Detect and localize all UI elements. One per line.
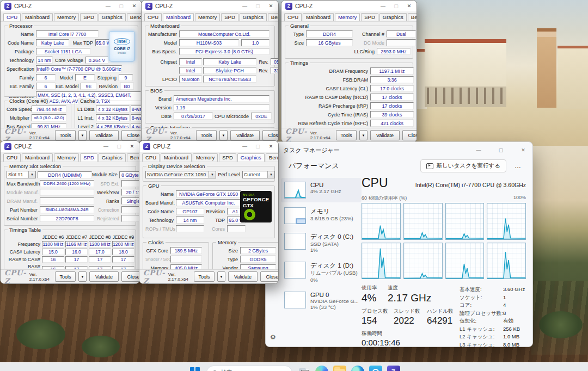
photos-app-icon[interactable] <box>369 366 382 371</box>
maximize-button[interactable]: ▢ <box>114 141 124 152</box>
tab-memory[interactable]: Memory <box>54 153 79 162</box>
tab-graphics[interactable]: Graphics <box>240 13 267 21</box>
titlebar[interactable]: Z CPU-Z — ▢ ✕ <box>1 1 142 11</box>
tab-mainboard[interactable]: Mainboard <box>163 13 194 21</box>
tools-dropdown-button[interactable]: ▼ <box>78 271 87 282</box>
tools-button[interactable]: Tools <box>55 271 76 282</box>
search-input[interactable]: 検索 <box>206 366 292 371</box>
sidebar-item-disk1[interactable]: ディスク 1 (D:)リムーバブル (USB)0% <box>281 258 362 287</box>
per-core-graphs <box>362 203 526 279</box>
nvidia-geforce-gtx-badge: NVIDIA GEFORCE GTX <box>240 191 272 222</box>
maximize-button[interactable]: ▢ <box>391 1 401 11</box>
validate-button[interactable]: Validate <box>370 130 400 140</box>
titlebar[interactable]: Z CPU-Z — ▢ ✕ <box>1 141 139 152</box>
titlebar[interactable]: Z CPU-Z — ▢ ✕ <box>142 1 278 11</box>
close-window-button[interactable]: Close <box>121 130 142 140</box>
cpuz-taskbar-icon[interactable]: Z <box>387 366 400 371</box>
wallpaper-building <box>558 46 588 109</box>
validate-button[interactable]: Validate <box>228 271 258 282</box>
edge-browser-icon[interactable] <box>351 366 364 371</box>
close-button[interactable]: ✕ <box>514 142 532 158</box>
start-button[interactable] <box>188 366 201 371</box>
tools-button[interactable]: Tools <box>194 271 215 282</box>
tab-spd[interactable]: SPD <box>221 13 238 21</box>
validate-button[interactable]: Validate <box>230 130 260 140</box>
tab-cpu[interactable]: CPU <box>3 153 21 162</box>
tools-dropdown-button[interactable]: ▼ <box>359 130 367 140</box>
copilot-icon[interactable] <box>315 366 328 371</box>
tab-spd[interactable]: SPD <box>219 153 236 162</box>
field-value <box>170 256 202 263</box>
close-button[interactable]: ✕ <box>127 141 137 152</box>
file-explorer-icon[interactable] <box>333 366 346 371</box>
tab-cpu[interactable]: CPU <box>284 13 302 21</box>
tab-memory[interactable]: Memory <box>335 13 360 21</box>
tab-bench[interactable]: Bench <box>127 153 140 162</box>
maximize-button[interactable]: ▢ <box>492 142 510 158</box>
run-new-task-button[interactable]: 新しいタスクを実行する <box>420 159 506 172</box>
slot-selector[interactable]: Slot #1▼ <box>7 171 36 178</box>
close-button[interactable]: ✕ <box>266 1 276 11</box>
titlebar[interactable]: タスク マネージャー — ▢ ✕ <box>266 142 532 158</box>
sidebar-item-disk0[interactable]: ディスク 0 (C:)SSD (SATA)1% <box>281 229 362 257</box>
tab-bench[interactable]: Bench <box>408 13 417 21</box>
titlebar[interactable]: Z CPU-Z — ▢ ✕ <box>139 141 278 152</box>
tools-button[interactable]: Tools <box>55 130 76 140</box>
tab-mainboard[interactable]: Mainboard <box>22 13 53 21</box>
tab-spd[interactable]: SPD <box>361 13 378 21</box>
tools-dropdown-button[interactable]: ▼ <box>78 130 87 140</box>
maximize-button[interactable]: ▢ <box>253 141 263 152</box>
tab-graphics[interactable]: Graphics <box>379 13 407 21</box>
display-device-selector[interactable]: NVIDIA GeForce GTX 1050▼ <box>145 171 216 178</box>
validate-button[interactable]: Validate <box>89 271 119 282</box>
titlebar[interactable]: Z CPU-Z — ▢ ✕ <box>281 1 416 11</box>
tab-mainboard[interactable]: Mainboard <box>161 153 192 162</box>
tab-bench[interactable]: Bench <box>266 153 279 162</box>
tab-cpu[interactable]: CPU <box>3 13 21 21</box>
sidebar-item-cpu[interactable]: CPU4% 2.17 GHz <box>281 178 362 202</box>
tools-button[interactable]: Tools <box>196 130 217 140</box>
close-window-button[interactable]: Close <box>402 130 417 140</box>
tools-dropdown-button[interactable]: ▼ <box>217 271 225 282</box>
minimize-button[interactable]: — <box>101 141 111 152</box>
settings-gear-icon[interactable]: ⚙ <box>270 333 276 341</box>
tab-bench[interactable]: Bench <box>127 13 142 21</box>
minimize-button[interactable]: — <box>469 142 488 158</box>
close-button[interactable]: ✕ <box>129 1 139 11</box>
minimize-button[interactable]: — <box>103 1 113 11</box>
minimize-button[interactable]: — <box>378 1 388 11</box>
tab-memory[interactable]: Memory <box>193 153 218 162</box>
validate-button[interactable]: Validate <box>89 130 119 140</box>
tools-button[interactable]: Tools <box>336 130 357 140</box>
minimize-button[interactable]: — <box>240 141 250 152</box>
tab-graphics[interactable]: Graphics <box>99 13 126 21</box>
tab-cpu[interactable]: CPU <box>142 153 160 162</box>
maximize-button[interactable]: ▢ <box>116 1 126 11</box>
sidebar-item-gpu0[interactable]: GPU 0NVIDIA GeForce G...1% (33 °C) <box>281 288 362 314</box>
tab-memory[interactable]: Memory <box>54 13 79 21</box>
more-options-button[interactable]: … <box>511 162 525 170</box>
tab-spd[interactable]: SPD <box>80 13 97 21</box>
tab-mainboard[interactable]: Mainboard <box>303 13 334 21</box>
tab-memory[interactable]: Memory <box>195 13 220 21</box>
close-button[interactable]: ✕ <box>266 141 276 152</box>
minimize-button[interactable]: — <box>240 1 250 11</box>
close-window-button[interactable]: Close <box>262 130 279 140</box>
tab-cpu[interactable]: CPU <box>144 13 162 21</box>
sidebar-item-memory[interactable]: メモリ3.6/15.9 GB (23%) <box>281 203 362 228</box>
maximize-button[interactable]: ▢ <box>253 1 263 11</box>
tools-dropdown-button[interactable]: ▼ <box>219 130 228 140</box>
tab-spd[interactable]: SPD <box>80 153 97 162</box>
tab-graphics[interactable]: Graphics <box>237 153 265 162</box>
tab-bench[interactable]: Bench <box>268 13 279 21</box>
close-window-button[interactable]: Close <box>260 271 279 282</box>
field-label: Revision <box>204 209 227 214</box>
close-window-button[interactable]: Close <box>121 271 140 282</box>
perf-level-selector[interactable]: Current▼ <box>242 171 275 178</box>
tab-mainboard[interactable]: Mainboard <box>22 153 53 162</box>
field-value <box>121 215 140 222</box>
tab-graphics[interactable]: Graphics <box>99 153 126 162</box>
stat-handles: ハンドル数64291 <box>427 308 453 326</box>
close-button[interactable]: ✕ <box>404 1 414 11</box>
task-view-icon[interactable] <box>297 366 310 371</box>
